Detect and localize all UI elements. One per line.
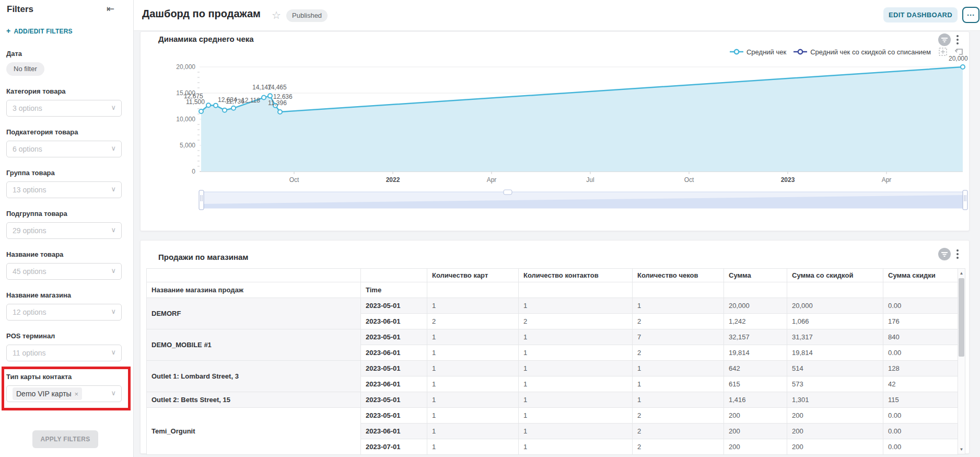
- filter-group: POS терминал11 options∨: [6, 333, 122, 361]
- column-header[interactable]: Сумма: [724, 269, 787, 282]
- value-cell: 176: [883, 314, 958, 329]
- value-cell: 2: [633, 408, 724, 424]
- navigator-handle[interactable]: [963, 190, 967, 210]
- chevron-down-icon: ∨: [111, 226, 116, 234]
- table-head: Количество картКоличество контактовКолич…: [147, 269, 958, 298]
- legend-item[interactable]: Средний чек: [730, 48, 786, 56]
- value-cell: 1: [427, 439, 519, 455]
- value-cell: 0.00: [883, 424, 958, 439]
- sales-by-store-table: Количество картКоличество контактовКолич…: [146, 268, 958, 455]
- column-header[interactable]: Количество контактов: [519, 269, 633, 282]
- store-name-cell: Outlet 2: Betts Street, 15: [147, 392, 361, 408]
- table-row: Outlet 2: Betts Street, 152023-05-011111…: [147, 392, 958, 408]
- widget-kebab-menu-icon[interactable]: [955, 248, 960, 260]
- more-menu-button[interactable]: ···: [962, 7, 979, 23]
- value-cell: 1,066: [787, 314, 883, 329]
- line-chart[interactable]: 05,00010,00015,00020,000Oct2022AprJulOct…: [140, 31, 970, 231]
- value-cell: 1: [519, 361, 633, 376]
- svg-text:11,500: 11,500: [186, 98, 205, 106]
- filter-select[interactable]: 12 options∨: [6, 304, 122, 321]
- svg-text:0: 0: [192, 168, 195, 175]
- widget-filter-icon[interactable]: [938, 33, 951, 46]
- table-body: DEMORF2023-05-0111120,00020,0000.002023-…: [147, 298, 958, 455]
- svg-text:11,396: 11,396: [268, 99, 287, 107]
- time-cell: 2023-05-01: [361, 392, 427, 408]
- chart-title: Динамика среднего чека: [158, 35, 254, 43]
- column-header[interactable]: Сумма скидки: [883, 269, 958, 282]
- dimension-header-row: Название магазина продажTime: [147, 282, 958, 298]
- value-cell: 1: [519, 392, 633, 408]
- scroll-up-icon[interactable]: ▲: [958, 271, 965, 276]
- value-cell: 32,157: [724, 329, 787, 345]
- filter-group: Подгруппа товара29 options∨: [6, 210, 122, 239]
- filter-group: Тип карты контактаDemo VIP карты×∨: [6, 373, 122, 402]
- value-cell: 1: [633, 376, 724, 392]
- filter-label: Подкатегория товара: [6, 129, 122, 136]
- table-row: Temi_Orgunit2023-05-011122002000.00: [147, 408, 958, 424]
- column-header[interactable]: Количество чеков: [633, 269, 724, 282]
- value-cell: 1: [427, 298, 519, 314]
- value-cell: 1: [427, 408, 519, 424]
- filter-select[interactable]: 3 options∨: [6, 100, 122, 117]
- value-cell: 1: [519, 424, 633, 439]
- filters-sidebar: Filters ⇤ +ADD/EDIT FILTERS ДатаNo filte…: [0, 0, 134, 457]
- legend-label: Средний чек: [746, 48, 786, 56]
- chart-range-navigator[interactable]: [199, 190, 967, 210]
- status-badge: Published: [286, 9, 328, 22]
- scrollbar-thumb[interactable]: [959, 278, 964, 357]
- value-cell: 514: [787, 361, 883, 376]
- navigator-handle[interactable]: [199, 190, 204, 210]
- no-filter-chip[interactable]: No filter: [6, 62, 44, 76]
- value-cell: 642: [724, 361, 787, 376]
- svg-text:Jul: Jul: [586, 176, 594, 184]
- navigator-grip[interactable]: [504, 190, 512, 195]
- favorite-star-icon[interactable]: ☆: [272, 9, 281, 21]
- scroll-down-icon[interactable]: ▼: [958, 447, 965, 452]
- chevron-down-icon: ∨: [111, 267, 116, 275]
- filter-select[interactable]: 13 options∨: [6, 181, 122, 198]
- value-cell: 19,814: [724, 345, 787, 361]
- time-cell: 2023-06-01: [361, 314, 427, 329]
- value-cell: 20,000: [787, 298, 883, 314]
- value-cell: 0.00: [883, 298, 958, 314]
- svg-text:12,118: 12,118: [241, 97, 260, 104]
- filter-select[interactable]: 29 options∨: [6, 222, 122, 239]
- value-cell: 840: [883, 329, 958, 345]
- value-cell: 1: [427, 424, 519, 439]
- store-name-cell: Outlet 1: Lombard Street, 3: [147, 361, 361, 392]
- time-header-label[interactable]: Time: [361, 282, 427, 298]
- table-row: DEMO_MOBILE #12023-05-0111732,15731,3178…: [147, 329, 958, 345]
- chevron-down-icon: ∨: [111, 348, 116, 356]
- table-vertical-scrollbar[interactable]: ▲ ▼: [958, 268, 965, 454]
- value-cell: 0.00: [883, 345, 958, 361]
- value-cell: 1: [519, 376, 633, 392]
- value-cell: 1: [633, 392, 724, 408]
- filter-select[interactable]: 11 options∨: [6, 345, 122, 361]
- value-cell: 200: [724, 439, 787, 455]
- zoom-selection-icon[interactable]: [938, 47, 948, 56]
- legend-label: Средний чек со скидкой со списанием: [810, 48, 931, 56]
- value-cell: 2: [633, 314, 724, 329]
- filter-select[interactable]: Demo VIP карты×∨: [6, 385, 122, 402]
- store-name-cell: DEMORF: [147, 298, 361, 329]
- value-cell: 2: [633, 439, 724, 455]
- filter-label: Название магазина: [6, 292, 122, 299]
- edit-dashboard-button[interactable]: EDIT DASHBOARD: [883, 7, 958, 22]
- legend-item[interactable]: Средний чек со скидкой со списанием: [794, 48, 931, 56]
- filter-select[interactable]: 45 options∨: [6, 263, 122, 280]
- column-header[interactable]: Количество карт: [427, 269, 519, 282]
- widget-kebab-menu-icon[interactable]: [955, 33, 960, 46]
- apply-filters-button[interactable]: APPLY FILTERS: [32, 430, 98, 448]
- filter-select[interactable]: 6 options∨: [6, 141, 122, 157]
- filter-label: Дата: [6, 50, 122, 58]
- store-name-cell: DEMO_MOBILE #1: [147, 329, 361, 361]
- value-cell: 115: [883, 392, 958, 408]
- row-header-label[interactable]: Название магазина продаж: [147, 282, 361, 298]
- zoom-reset-icon[interactable]: [955, 47, 964, 56]
- add-edit-filters-button[interactable]: +ADD/EDIT FILTERS: [6, 27, 73, 35]
- column-header[interactable]: Сумма со скидкой: [787, 269, 883, 282]
- collapse-sidebar-icon[interactable]: ⇤: [107, 3, 114, 15]
- value-cell: 2: [633, 424, 724, 439]
- remove-tag-icon[interactable]: ×: [75, 390, 79, 398]
- widget-filter-icon[interactable]: [938, 248, 951, 260]
